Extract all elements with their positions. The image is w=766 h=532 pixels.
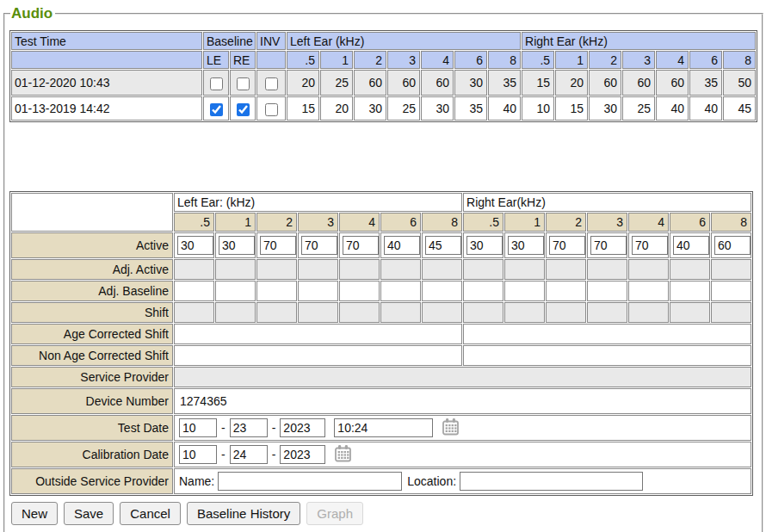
adj-baseline-row: Adj. Baseline — [11, 281, 751, 301]
adj-baseline-cell — [422, 281, 462, 301]
adj-baseline-cell — [298, 281, 338, 301]
freq-header: 2 — [256, 213, 297, 232]
shift-cell — [711, 302, 751, 323]
active-input[interactable] — [466, 236, 503, 255]
age-corrected-shift-row: Age Corrected Shift — [11, 324, 751, 344]
new-button[interactable]: New — [11, 502, 58, 525]
active-cell — [339, 232, 380, 258]
active-input[interactable] — [260, 236, 296, 255]
shift-cell — [174, 302, 214, 323]
active-input[interactable] — [590, 236, 627, 255]
right-ear-value: 15 — [555, 96, 588, 121]
active-input[interactable] — [177, 236, 213, 255]
shift-cell — [380, 302, 421, 323]
active-input[interactable] — [343, 236, 379, 255]
baseline-re-checkbox[interactable] — [237, 77, 250, 90]
active-cell — [298, 232, 338, 258]
age-corrected-shift-right-cell — [463, 324, 751, 344]
col-header-test-time: Test Time — [11, 32, 202, 50]
left-ear-value: 30 — [354, 96, 386, 121]
left-ear-value: 25 — [387, 96, 420, 121]
adj-baseline-cell — [628, 281, 669, 301]
non-age-corrected-shift-right-cell — [463, 345, 751, 366]
inv-checkbox[interactable] — [265, 77, 278, 90]
cancel-button[interactable]: Cancel — [120, 502, 181, 525]
row-label-shift: Shift — [11, 302, 173, 323]
left-ear-value: 35 — [488, 70, 521, 96]
freq-header: 4 — [339, 213, 380, 232]
active-input[interactable] — [384, 236, 420, 255]
shift-row: Shift — [11, 302, 751, 323]
location-label: Location: — [407, 474, 456, 488]
left-ear-value: 60 — [387, 70, 420, 96]
right-ear-value: 60 — [589, 70, 621, 96]
adj-baseline-cell — [711, 281, 751, 301]
baseline-le-cell — [203, 96, 229, 121]
active-cell — [380, 232, 421, 258]
table-row[interactable]: 01-13-2019 14:42 15 20 30 25 30 35 40 10… — [11, 96, 756, 121]
freq-header: .5 — [463, 213, 503, 232]
freq-header: 4 — [421, 51, 454, 69]
adj-baseline-cell — [256, 281, 297, 301]
name-label: Name: — [179, 474, 214, 488]
right-ear-value: 25 — [622, 96, 655, 121]
inv-checkbox[interactable] — [265, 103, 278, 116]
calendar-icon[interactable] — [334, 444, 352, 465]
device-number-value: 1274365 — [174, 388, 751, 414]
right-ear-value: 10 — [522, 96, 554, 121]
active-cell — [504, 232, 545, 258]
name-input[interactable] — [218, 472, 402, 491]
calendar-icon[interactable] — [442, 418, 460, 438]
baseline-le-checkbox[interactable] — [210, 103, 223, 116]
row-label-device-number: Device Number — [11, 388, 173, 414]
active-input[interactable] — [508, 236, 544, 255]
active-input[interactable] — [714, 236, 751, 255]
shift-cell — [256, 302, 297, 323]
calibration-day-input[interactable] — [230, 445, 268, 464]
baseline-le-checkbox[interactable] — [210, 77, 223, 90]
right-ear-value: 15 — [522, 70, 554, 96]
left-ear-value: 20 — [287, 70, 319, 96]
shift-cell — [587, 302, 627, 323]
save-button[interactable]: Save — [64, 502, 114, 525]
left-ear-value: 30 — [454, 70, 487, 96]
freq-header: 3 — [387, 51, 420, 69]
active-input[interactable] — [673, 236, 709, 255]
adj-active-row: Adj. Active — [11, 259, 751, 280]
adj-baseline-cell — [670, 281, 710, 301]
test-time-input[interactable] — [334, 418, 433, 437]
right-ear-value: 60 — [622, 70, 655, 96]
baseline-re-checkbox[interactable] — [237, 103, 250, 116]
empty-header-cell — [11, 51, 202, 69]
freq-header: .5 — [522, 51, 554, 69]
freq-header: 1 — [555, 51, 588, 69]
adj-baseline-cell — [463, 281, 503, 301]
baseline-history-button[interactable]: Baseline History — [187, 502, 300, 525]
location-input[interactable] — [460, 472, 643, 491]
right-ear-value: 20 — [555, 70, 588, 96]
col-header-le: LE — [203, 51, 229, 69]
active-input[interactable] — [549, 236, 585, 255]
freq-header: .5 — [174, 213, 214, 232]
adj-baseline-cell — [215, 281, 256, 301]
active-input[interactable] — [425, 236, 461, 255]
test-date-year-input[interactable] — [280, 418, 325, 437]
test-date-day-input[interactable] — [230, 418, 268, 437]
device-number-row: Device Number 1274365 — [11, 388, 751, 414]
adj-active-cell — [174, 259, 214, 280]
calibration-month-input[interactable] — [179, 445, 217, 464]
active-input[interactable] — [219, 236, 255, 255]
active-input[interactable] — [632, 236, 668, 255]
left-ear-value: 25 — [320, 70, 353, 96]
freq-header: 4 — [656, 51, 689, 69]
calibration-year-input[interactable] — [280, 445, 325, 464]
active-input[interactable] — [301, 236, 337, 255]
freq-header: 2 — [354, 51, 386, 69]
test-date-month-input[interactable] — [179, 418, 217, 437]
left-ear-value: 15 — [287, 96, 319, 121]
right-ear-value: 30 — [589, 96, 621, 121]
age-corrected-shift-left-cell — [174, 324, 462, 344]
freq-header: 1 — [504, 213, 545, 232]
freq-header: 6 — [670, 213, 710, 232]
table-row[interactable]: 01-12-2020 10:43 20 25 60 60 60 30 35 15… — [11, 70, 756, 96]
